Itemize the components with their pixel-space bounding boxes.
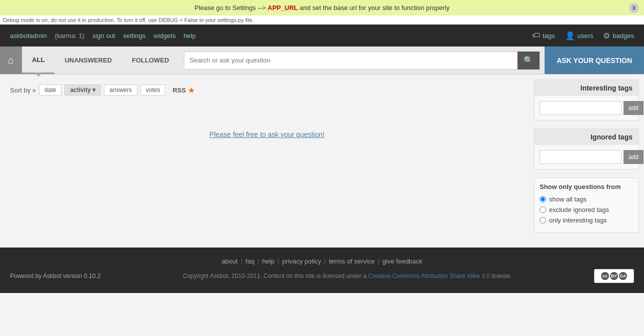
users-link[interactable]: 👤 users [565, 31, 594, 40]
footer-tos-link[interactable]: terms of service [329, 258, 375, 265]
footer-about-link[interactable]: about [221, 258, 238, 265]
ignored-tags-box: Ignored tags add [534, 128, 639, 170]
footer: about | faq | help | privacy policy | te… [0, 248, 644, 293]
exclude-ignored-tags-option[interactable]: exclude ignored tags [540, 206, 634, 214]
footer-help-link[interactable]: help [262, 258, 275, 265]
help-link[interactable]: help [183, 32, 196, 40]
banner-close-button[interactable]: X [629, 3, 639, 13]
footer-sep-2: | [257, 258, 259, 265]
debug-bar: Debug mode is on, do not use it in produ… [0, 16, 644, 24]
exclude-ignored-tags-radio[interactable] [540, 206, 546, 213]
footer-powered: Powered by Askbot version 0.10.2 [10, 272, 100, 280]
main-navigation: ⌂ ALL UNANSWERED FOLLOWED 🔍 ASK YOUR QUE… [0, 46, 644, 74]
ignored-tags-input[interactable] [540, 150, 622, 164]
only-interesting-tags-option[interactable]: only interesting tags [540, 216, 634, 224]
interesting-tags-body: add [535, 96, 639, 120]
footer-sep-4: | [324, 258, 326, 265]
sort-answers-button[interactable]: answers [104, 84, 137, 96]
users-icon: 👤 [565, 31, 575, 40]
karma-badge: (karma: 1) [55, 32, 84, 40]
ignored-tags-input-row: add [540, 150, 634, 164]
footer-feedback-link[interactable]: give feedback [382, 258, 422, 265]
sort-bar: Sort by » date activity ▾ answers votes … [10, 80, 524, 100]
settings-link[interactable]: settings [123, 32, 146, 40]
search-area: 🔍 [179, 46, 545, 74]
announcement-banner: Please go to Settings --> APP_URL and se… [0, 0, 644, 16]
home-icon: ⌂ [8, 54, 14, 66]
ignored-tags-body: add [535, 145, 639, 169]
ignored-tags-add-button[interactable]: add [624, 150, 644, 164]
footer-sep-1: | [241, 258, 242, 265]
tab-arrow [34, 72, 42, 76]
cc-badge: cc BY SA [594, 269, 634, 283]
footer-privacy-link[interactable]: privacy policy [282, 258, 321, 265]
rss-area: RSS ★ [172, 86, 195, 95]
sort-votes-button[interactable]: votes [140, 84, 166, 96]
widgets-link[interactable]: widgets [153, 32, 175, 40]
show-all-tags-radio[interactable] [540, 196, 546, 202]
content-wrapper: Sort by » date activity ▾ answers votes … [0, 74, 644, 238]
sort-date-button[interactable]: date [39, 84, 61, 96]
ignored-tags-header: Ignored tags [535, 129, 639, 145]
username-link[interactable]: askbotadmin [10, 32, 47, 40]
home-button[interactable]: ⌂ [0, 46, 22, 74]
interesting-tags-add-button[interactable]: add [624, 101, 644, 115]
ask-question-button[interactable]: ASK YOUR QUESTION [545, 46, 644, 74]
cc-icon: cc BY SA [594, 269, 634, 283]
main-content: Sort by » date activity ▾ answers votes … [0, 74, 534, 238]
show-questions-section: Show only questions from show all tags e… [534, 178, 639, 232]
interesting-tags-input-row: add [540, 101, 634, 115]
top-nav-right: 🏷 tags 👤 users ⚙ badges [532, 31, 634, 40]
rss-icon: ★ [188, 86, 195, 95]
show-questions-title: Show only questions from [540, 183, 634, 190]
cc-link[interactable]: Creative Commons Attribution Share Alike… [368, 272, 490, 280]
tag-icon: 🏷 [532, 31, 540, 40]
banner-text: Please go to Settings --> APP_URL and se… [194, 4, 450, 12]
badges-icon: ⚙ [603, 31, 610, 40]
search-button[interactable]: 🔍 [518, 52, 540, 70]
footer-faq-link[interactable]: faq [245, 258, 254, 265]
ask-link-area: Please feel free to ask your question! [10, 100, 524, 168]
top-navigation: askbotadmin (karma: 1) sign out settings… [0, 24, 644, 46]
sort-label: Sort by » [10, 86, 36, 94]
search-input[interactable] [184, 52, 518, 70]
footer-sep-3: | [277, 258, 279, 265]
sidebar: Interesting tags add Ignored tags add Sh… [534, 74, 644, 238]
footer-sep-5: | [378, 258, 379, 265]
only-interesting-tags-radio[interactable] [540, 217, 546, 224]
nav-tabs: ALL UNANSWERED FOLLOWED [22, 46, 179, 74]
footer-bottom: Powered by Askbot version 0.10.2 Copyrig… [10, 269, 634, 283]
tab-followed[interactable]: FOLLOWED [122, 46, 179, 74]
interesting-tags-input[interactable] [540, 101, 622, 115]
search-icon: 🔍 [524, 56, 534, 64]
app-url-link[interactable]: APP_URL [268, 4, 298, 12]
tab-all[interactable]: ALL [22, 46, 54, 74]
footer-links: about | faq | help | privacy policy | te… [10, 258, 634, 265]
badges-link[interactable]: ⚙ badges [603, 31, 634, 40]
tags-link[interactable]: 🏷 tags [532, 31, 555, 40]
sort-activity-button[interactable]: activity ▾ [64, 84, 101, 96]
ask-question-link[interactable]: Please feel free to ask your question! [209, 130, 324, 138]
footer-copyright: Copyright Askbot, 2010-2011. Content on … [183, 272, 512, 280]
sign-out-link[interactable]: sign out [92, 32, 115, 40]
interesting-tags-header: Interesting tags [535, 80, 639, 96]
rss-link[interactable]: RSS [172, 86, 186, 94]
tab-unanswered[interactable]: UNANSWERED [54, 46, 122, 74]
interesting-tags-box: Interesting tags add [534, 80, 639, 120]
top-nav-left: askbotadmin (karma: 1) sign out settings… [10, 32, 196, 40]
show-all-tags-option[interactable]: show all tags [540, 196, 634, 203]
